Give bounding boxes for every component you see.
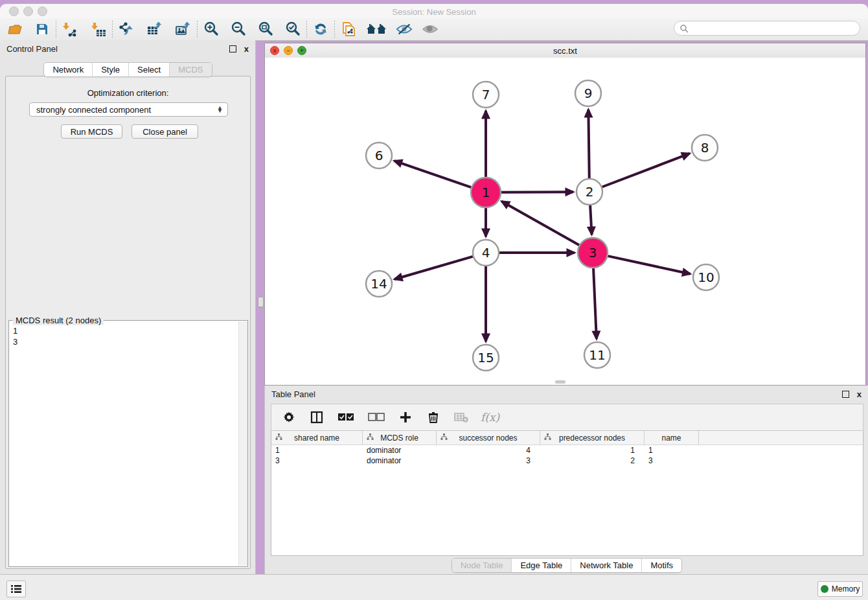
memory-label: Memory <box>832 584 860 594</box>
edge-2-9[interactable] <box>588 110 589 178</box>
float-panel-icon[interactable] <box>229 45 236 52</box>
criterion-value: strongly connected component <box>36 105 151 115</box>
table-cell[interactable]: 1 <box>540 446 645 455</box>
edge-1-2[interactable] <box>501 192 573 192</box>
column-header-MCDS-role[interactable]: MCDS role <box>363 431 437 444</box>
table-cell[interactable]: dominator <box>363 456 437 465</box>
close-panel-icon[interactable]: x <box>244 46 249 52</box>
node-label-10: 10 <box>698 270 714 285</box>
table-cell[interactable]: 1 <box>645 446 699 455</box>
splitter-grip[interactable] <box>258 297 264 307</box>
tab-network[interactable]: Network <box>44 63 92 76</box>
delete-table-icon <box>453 409 470 426</box>
edge-4-14[interactable] <box>394 257 473 279</box>
mcds-result-lines: 1 3 <box>13 325 17 347</box>
table-cell[interactable]: dominator <box>363 446 437 455</box>
table-cell[interactable]: 4 <box>437 446 540 455</box>
column-label: MCDS role <box>380 433 418 443</box>
tab-motifs[interactable]: Motifs <box>641 559 681 572</box>
table-cell[interactable]: 2 <box>540 456 645 465</box>
export-network-icon[interactable] <box>118 21 135 38</box>
tab-mcds[interactable]: MCDS <box>169 63 211 76</box>
export-image-icon[interactable] <box>175 21 192 38</box>
criterion-dropdown[interactable]: strongly connected component ▲▼ <box>29 102 228 117</box>
refresh-icon[interactable] <box>312 21 329 38</box>
tab-edge-table[interactable]: Edge Table <box>511 559 571 572</box>
table-panel-title: Table Panel <box>271 389 315 399</box>
export-table-icon[interactable] <box>146 21 163 38</box>
column-label: predecessor nodes <box>559 433 625 443</box>
create-column-icon[interactable] <box>397 409 414 426</box>
open-session-icon[interactable] <box>6 21 23 38</box>
edge-1-6[interactable] <box>394 161 472 187</box>
home-views-icon[interactable] <box>366 21 388 38</box>
table-panel: Table Panel x f(x) shared nameMCDS roles… <box>264 386 868 574</box>
search-icon <box>680 24 689 33</box>
zoom-selected-icon[interactable] <box>284 21 301 38</box>
tab-select[interactable]: Select <box>128 63 169 76</box>
node-label-8: 8 <box>701 140 709 156</box>
node-label-15: 15 <box>477 350 494 365</box>
zoom-in-icon[interactable] <box>203 21 220 38</box>
tab-network-table[interactable]: Network Table <box>571 559 641 572</box>
column-header-predecessor-nodes[interactable]: predecessor nodes <box>540 431 645 444</box>
network-window-title: scc.txt <box>265 46 865 56</box>
hide-selected-icon[interactable] <box>396 21 413 38</box>
task-history-button[interactable] <box>6 581 26 597</box>
table-cell[interactable]: 3 <box>271 456 363 465</box>
table-tabs: Node TableEdge TableNetwork TableMotifs <box>265 558 868 573</box>
show-column-panel-icon[interactable] <box>308 409 325 426</box>
table-settings-gear-icon[interactable] <box>280 409 297 426</box>
node-label-6: 6 <box>375 148 383 163</box>
float-table-panel-icon[interactable] <box>842 391 849 398</box>
table-cell[interactable]: 3 <box>437 456 540 465</box>
column-label: shared name <box>294 433 339 443</box>
zoom-fit-icon[interactable] <box>257 21 274 38</box>
memory-button[interactable]: Memory <box>817 581 863 597</box>
search-input[interactable] <box>674 21 860 36</box>
edge-2-8[interactable] <box>602 154 690 187</box>
save-session-icon[interactable] <box>34 21 51 38</box>
node-label-1: 1 <box>482 185 490 200</box>
unselect-all-columns-icon[interactable] <box>367 409 386 426</box>
delete-column-icon[interactable] <box>425 409 442 426</box>
tab-style[interactable]: Style <box>92 63 128 76</box>
import-table-icon[interactable] <box>90 21 107 38</box>
edge-3-10[interactable] <box>608 256 690 274</box>
node-table[interactable]: shared nameMCDS rolesuccessor nodesprede… <box>271 431 863 556</box>
node-label-7: 7 <box>482 87 490 102</box>
edge-3-1[interactable] <box>501 202 579 245</box>
table-header-row[interactable]: shared nameMCDS rolesuccessor nodesprede… <box>271 431 863 445</box>
canvas-hscrollbar-thumb[interactable] <box>555 380 565 384</box>
close-table-panel-icon[interactable]: x <box>857 391 862 397</box>
edge-2-3[interactable] <box>590 205 591 235</box>
duplicate-network-view-icon[interactable] <box>340 21 357 38</box>
table-cell[interactable]: 1 <box>271 446 363 455</box>
network-window-titlebar[interactable]: scc.txt x – + <box>265 43 865 58</box>
column-header-shared-name[interactable]: shared name <box>271 431 363 444</box>
select-all-columns-icon[interactable] <box>336 409 356 426</box>
mcds-result-scrollbar[interactable] <box>238 321 247 566</box>
zoom-out-icon[interactable] <box>230 21 247 38</box>
edge-3-11[interactable] <box>593 268 597 339</box>
table-cell[interactable]: 3 <box>645 456 699 465</box>
mcds-result-title: MCDS result (2 nodes) <box>13 316 104 325</box>
mcds-result-box <box>8 320 248 567</box>
main-toolbar <box>0 18 868 41</box>
node-label-11: 11 <box>589 347 605 363</box>
run-mcds-button[interactable]: Run MCDS <box>61 124 122 139</box>
show-all-icon[interactable] <box>422 21 439 38</box>
node-label-2: 2 <box>586 184 594 200</box>
table-toolbar: f(x) <box>271 404 863 431</box>
node-label-4: 4 <box>482 245 490 260</box>
import-network-icon[interactable] <box>62 21 78 38</box>
tab-node-table[interactable]: Node Table <box>452 559 512 572</box>
control-panel-title: Control Panel <box>6 44 58 54</box>
node-label-14: 14 <box>371 276 387 292</box>
table-row[interactable]: 3dominator323 <box>271 456 863 466</box>
close-panel-button[interactable]: Close panel <box>131 124 198 139</box>
network-canvas[interactable]: 1234678910111415 <box>265 58 865 385</box>
column-header-successor-nodes[interactable]: successor nodes <box>437 431 540 444</box>
column-header-name[interactable]: name <box>645 431 699 444</box>
table-row[interactable]: 1dominator411 <box>271 445 863 456</box>
